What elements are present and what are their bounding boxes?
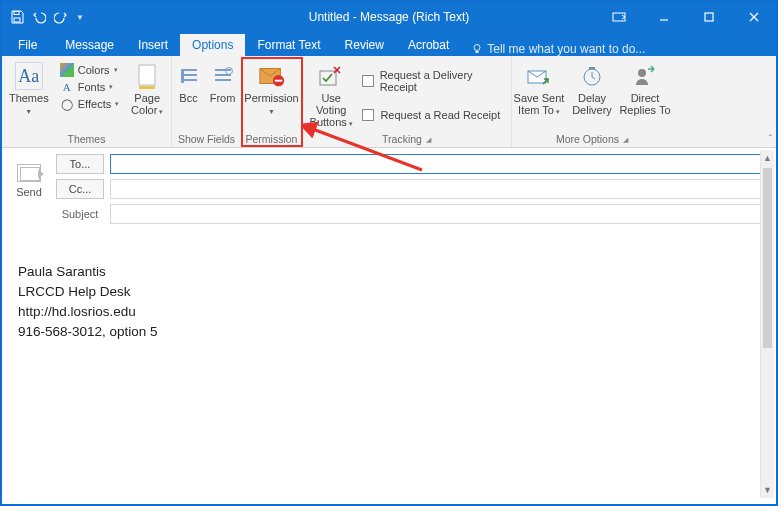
themes-button[interactable]: Aa Themes ▼ [4,60,54,118]
to-field[interactable] [110,154,766,174]
svg-rect-9 [139,86,155,89]
undo-icon[interactable] [30,8,48,26]
window-title: Untitled - Message (Rich Text) [309,10,470,24]
vertical-scrollbar[interactable]: ▲ ▼ [760,150,774,498]
scroll-down-icon[interactable]: ▼ [761,482,774,498]
titlebar: ▼ Untitled - Message (Rich Text) [2,2,776,32]
send-button[interactable]: Send [2,148,56,233]
cc-button[interactable]: Cc... [56,179,104,199]
minimize-button[interactable] [641,2,686,32]
maximize-button[interactable] [686,2,731,32]
tell-me-label: Tell me what you want to do... [487,42,645,56]
checkbox-icon [362,109,374,121]
signature-line: LRCCD Help Desk [18,282,760,302]
group-label-more-options[interactable]: More Options [556,131,628,147]
cc-field[interactable] [110,179,766,199]
tab-format-text[interactable]: Format Text [245,34,332,56]
delay-delivery-icon [578,62,606,90]
group-themes: Aa Themes ▼ Colors▾ AFonts▾ ◯Effects▾ Pa… [2,56,172,147]
scroll-thumb[interactable] [763,168,772,348]
close-button[interactable] [731,2,776,32]
page-color-icon [133,62,161,90]
effects-icon: ◯ [60,97,74,111]
compose-header: Send To... Cc... Subject [2,148,776,234]
permission-button[interactable]: Permission ▼ [244,60,300,118]
subject-field[interactable] [110,204,766,224]
svg-rect-8 [139,65,155,85]
direct-replies-icon [631,62,659,90]
use-voting-buttons-button[interactable]: Use Voting Buttons ▾ [306,60,356,130]
bcc-button[interactable]: Bcc [174,60,204,104]
signature-line: 916-568-3012, option 5 [18,322,760,342]
qat-customize-icon[interactable]: ▼ [76,13,84,22]
svg-rect-4 [705,13,713,21]
group-label-show-fields: Show Fields [178,131,235,147]
themes-icon: Aa [15,62,43,90]
tell-me-search[interactable]: Tell me what you want to do... [461,42,655,56]
collapse-ribbon-icon[interactable]: ˆ [769,134,772,145]
permission-icon [258,62,286,90]
request-delivery-receipt-checkbox[interactable]: Request a Delivery Receipt [358,66,507,96]
colors-button[interactable]: Colors▾ [56,62,123,78]
tab-options[interactable]: Options [180,34,245,56]
lightbulb-icon [471,43,483,55]
svg-rect-2 [613,13,625,21]
group-tracking: Use Voting Buttons ▾ Request a Delivery … [302,56,512,147]
tab-review[interactable]: Review [333,34,396,56]
message-body[interactable]: Paula Sarantis LRCCD Help Desk http://hd… [2,234,776,370]
window-controls [596,2,776,32]
group-label-tracking[interactable]: Tracking [382,131,431,147]
colors-icon [60,63,74,77]
tab-file[interactable]: File [2,34,53,56]
effects-button[interactable]: ◯Effects▾ [56,96,123,112]
direct-replies-to-button[interactable]: Direct Replies To [618,60,672,116]
page-color-button[interactable]: Page Color ▾ [125,60,169,118]
svg-rect-0 [14,12,19,15]
group-label-themes: Themes [68,131,106,147]
svg-rect-12 [274,80,281,82]
signature-line: http://hd.losrios.edu [18,302,760,322]
svg-rect-1 [14,18,20,22]
group-label-permission: Permission [246,131,298,147]
svg-point-17 [638,69,646,77]
quick-access-toolbar: ▼ [2,8,84,26]
chevron-down-icon: ▼ [25,106,32,118]
to-button[interactable]: To... [56,154,104,174]
save-sent-item-to-button[interactable]: Save Sent Item To ▾ [512,60,566,118]
subject-label: Subject [56,208,104,220]
tab-insert[interactable]: Insert [126,34,180,56]
checkbox-icon [362,75,373,87]
bcc-icon [175,62,203,90]
signature-line: Paula Sarantis [18,262,760,282]
group-permission: Permission ▼ Permission [242,56,302,147]
from-icon [209,62,237,90]
ribbon-display-options-icon[interactable] [596,2,641,32]
svg-rect-16 [589,67,595,69]
redo-icon[interactable] [52,8,70,26]
save-icon[interactable] [8,8,26,26]
delay-delivery-button[interactable]: Delay Delivery [568,60,616,116]
save-sent-icon [525,62,553,90]
fonts-button[interactable]: AFonts▾ [56,79,123,95]
voting-icon [317,62,345,90]
from-button[interactable]: From [206,60,240,104]
group-show-fields: Bcc From Show Fields [172,56,242,147]
tab-acrobat[interactable]: Acrobat [396,34,461,56]
svg-point-7 [474,45,480,51]
ribbon: Aa Themes ▼ Colors▾ AFonts▾ ◯Effects▾ Pa… [2,56,776,148]
request-read-receipt-checkbox[interactable]: Request a Read Receipt [358,106,507,124]
ribbon-tabs: File Message Insert Options Format Text … [2,32,776,56]
tab-message[interactable]: Message [53,34,126,56]
group-more-options: Save Sent Item To ▾ Delay Delivery Direc… [512,56,672,147]
fonts-icon: A [60,80,74,94]
send-icon [17,164,41,182]
chevron-down-icon: ▼ [268,106,275,118]
scroll-up-icon[interactable]: ▲ [761,150,774,166]
